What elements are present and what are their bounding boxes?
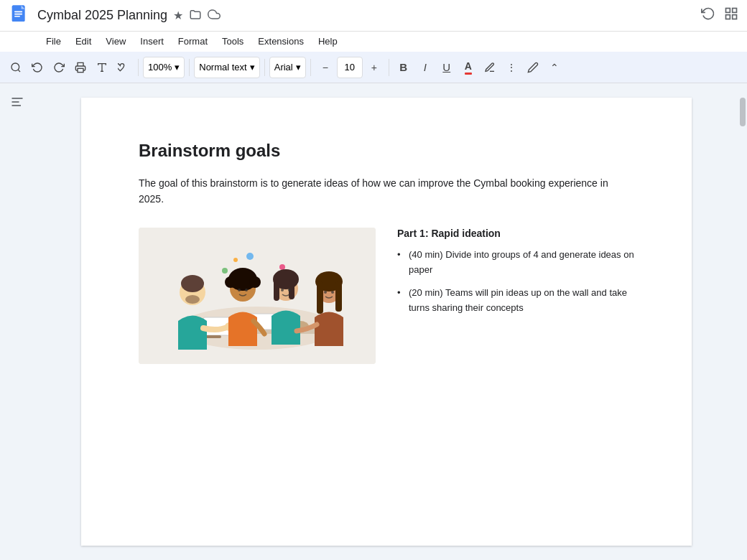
font-select[interactable]: Arial ▾ — [269, 57, 306, 78]
svg-rect-3 — [14, 13, 22, 14]
svg-point-30 — [181, 275, 204, 292]
sidebar-toggle-area — [0, 83, 34, 560]
svg-rect-43 — [317, 281, 323, 314]
paint-format-button[interactable] — [113, 57, 134, 78]
font-size-control: − 10 + — [315, 57, 384, 78]
highlight-button[interactable] — [480, 57, 500, 78]
menu-format[interactable]: Format — [172, 34, 213, 48]
pen-button[interactable] — [523, 57, 543, 78]
toolbar: 100% ▾ Normal text ▾ Arial ▾ − 10 + B I … — [0, 52, 747, 83]
bullet-item-2: (20 min) Teams will pin ideas up on the … — [397, 286, 634, 316]
svg-rect-2 — [14, 11, 22, 12]
style-select[interactable]: Normal text ▾ — [194, 57, 259, 78]
divider-2 — [189, 59, 190, 76]
svg-rect-5 — [726, 9, 730, 13]
svg-point-49 — [324, 291, 327, 294]
title-bar: Cymbal 2025 Planning ★ — [0, 0, 747, 32]
scrollbar-area — [738, 83, 747, 560]
divider-4 — [310, 59, 311, 76]
svg-point-50 — [331, 291, 334, 294]
svg-point-26 — [279, 264, 285, 270]
print-button[interactable] — [70, 57, 91, 78]
content-row: Part 1: Rapid ideation (40 min) Divide i… — [139, 228, 634, 364]
history-icon[interactable] — [701, 6, 715, 24]
style-label: Normal text — [199, 62, 246, 73]
font-label: Arial — [274, 62, 293, 73]
svg-rect-7 — [733, 15, 737, 19]
italic-button[interactable]: I — [415, 57, 435, 78]
svg-point-36 — [249, 276, 261, 288]
document-heading: Brainstorm goals — [139, 141, 634, 161]
menu-bar: File Edit View Insert Format Tools Exten… — [0, 32, 747, 52]
svg-point-48 — [288, 289, 291, 291]
increase-font-button[interactable]: + — [364, 57, 384, 78]
menu-view[interactable]: View — [100, 34, 131, 48]
svg-point-46 — [245, 289, 248, 291]
svg-point-31 — [185, 295, 200, 304]
title-bar-left: Cymbal 2025 Planning ★ — [9, 4, 701, 27]
document-paragraph: The goal of this brainstorm is to genera… — [139, 175, 634, 207]
font-arrow: ▾ — [296, 62, 301, 73]
scrollbar-thumb[interactable] — [740, 98, 746, 126]
bold-button[interactable]: B — [394, 57, 414, 78]
svg-rect-44 — [335, 281, 342, 312]
document-page: Brainstorm goals The goal of this brains… — [81, 98, 692, 546]
undo-button[interactable] — [27, 57, 47, 78]
svg-rect-4 — [14, 16, 20, 17]
menu-tools[interactable]: Tools — [216, 34, 249, 48]
collapse-toolbar-button[interactable]: ⌃ — [544, 57, 565, 78]
bullet-item-1: (40 min) Divide into groups of 4 and gen… — [397, 248, 634, 278]
underline-button[interactable]: U — [437, 57, 457, 78]
svg-point-9 — [11, 63, 19, 71]
divider-5 — [389, 59, 389, 76]
part-title: Part 1: Rapid ideation — [397, 228, 634, 239]
star-icon[interactable]: ★ — [173, 9, 183, 22]
svg-point-35 — [225, 276, 236, 288]
redo-button[interactable] — [49, 57, 69, 78]
svg-rect-8 — [726, 15, 730, 19]
folder-icon[interactable] — [189, 8, 202, 24]
right-content: Part 1: Rapid ideation (40 min) Divide i… — [397, 228, 634, 325]
outline-toggle-button[interactable] — [10, 95, 24, 113]
brainstorm-illustration — [139, 228, 376, 364]
decrease-font-button[interactable]: − — [315, 57, 335, 78]
grid-icon[interactable] — [724, 6, 738, 24]
docs-logo-icon — [9, 4, 32, 27]
text-color-button[interactable]: A — [458, 57, 478, 78]
font-size-display[interactable]: 10 — [337, 57, 363, 78]
divider-3 — [264, 59, 265, 76]
search-button[interactable] — [6, 57, 26, 78]
zoom-arrow: ▾ — [175, 62, 180, 73]
svg-point-25 — [233, 258, 238, 262]
style-arrow: ▾ — [250, 62, 255, 73]
menu-help[interactable]: Help — [312, 34, 343, 48]
menu-file[interactable]: File — [40, 34, 67, 48]
menu-extensions[interactable]: Extensions — [252, 34, 310, 48]
svg-rect-11 — [78, 68, 83, 72]
document-title: Cymbal 2025 Planning — [37, 8, 167, 23]
menu-insert[interactable]: Insert — [134, 34, 170, 48]
main-area: Brainstorm goals The goal of this brains… — [0, 83, 747, 560]
more-options-button[interactable]: ⋮ — [501, 57, 521, 78]
cloud-icon[interactable] — [208, 8, 221, 24]
document-area[interactable]: Brainstorm goals The goal of this brains… — [34, 83, 738, 560]
title-bar-right — [701, 6, 738, 24]
zoom-select[interactable]: 100% ▾ — [143, 57, 185, 78]
svg-rect-39 — [274, 279, 279, 301]
svg-line-10 — [18, 70, 20, 72]
svg-rect-6 — [733, 9, 737, 13]
menu-edit[interactable]: Edit — [70, 34, 97, 48]
svg-point-24 — [222, 268, 228, 274]
divider-1 — [138, 59, 139, 76]
zoom-value: 100% — [148, 62, 172, 73]
svg-point-47 — [281, 289, 284, 291]
spellcheck-button[interactable] — [92, 57, 112, 78]
svg-point-45 — [238, 289, 241, 291]
bullet-list: (40 min) Divide into groups of 4 and gen… — [397, 248, 634, 316]
svg-point-28 — [246, 253, 254, 260]
